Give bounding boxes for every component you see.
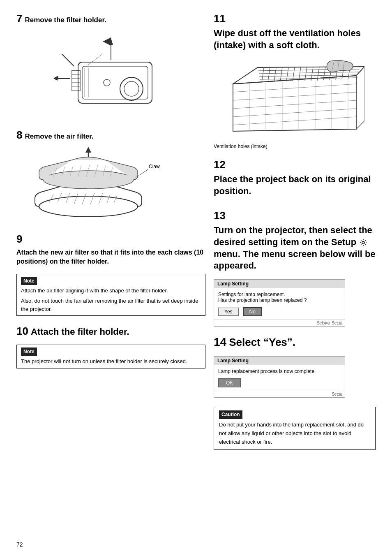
- gear-icon: [360, 239, 367, 246]
- svg-point-3: [124, 81, 139, 96]
- step-13-dialog: Lamp Setting Settings for lamp replaceme…: [214, 279, 345, 327]
- svg-point-18: [104, 79, 110, 86]
- step-12-heading: 12 Place the project back on its origina…: [214, 158, 376, 200]
- step-12-num: 12: [214, 158, 226, 171]
- svg-line-69: [233, 117, 356, 125]
- two-column-layout: 7 Remove the filter holder.: [16, 12, 376, 540]
- svg-text:Claws: Claws: [149, 164, 160, 169]
- step-7-diagram: [16, 29, 205, 120]
- svg-line-44: [268, 68, 270, 82]
- step-11-section: 11 Wipe dust off the ventilation holes (…: [214, 12, 376, 149]
- svg-line-26: [90, 193, 95, 204]
- svg-line-23: [66, 193, 70, 204]
- svg-line-13: [86, 54, 103, 66]
- step-13-dialog-line2: Has the projection lamp been replaced ?: [218, 297, 341, 303]
- step-13-dialog-body: Settings for lamp replacement. Has the p…: [214, 288, 345, 320]
- page-number: 72: [16, 541, 23, 548]
- svg-marker-40: [85, 147, 91, 153]
- svg-line-28: [107, 194, 110, 204]
- step-7-svg: [53, 29, 168, 120]
- step-14-dialog-text: Lamp replacement process is now complete…: [218, 368, 341, 374]
- step-7-heading: 7 Remove the filter holder.: [16, 12, 205, 25]
- step-14-dialog: Lamp Setting Lamp replacement process is…: [214, 356, 345, 398]
- step-11-label: Wipe dust off the ventilation holes (int…: [214, 28, 376, 51]
- step-14-num: 14: [214, 336, 226, 349]
- step-7-section: 7 Remove the filter holder.: [16, 12, 205, 120]
- step-9-note-line2: Also, do not touch the fan after removin…: [21, 297, 201, 313]
- step-8-heading: 8 Remove the air filter.: [16, 129, 205, 141]
- step-10-label: Attach the filter holder.: [31, 327, 129, 337]
- step-9-label: Attach the new air filter so that it fit…: [16, 248, 205, 266]
- svg-line-21: [49, 194, 53, 202]
- step-13-dialog-line1: Settings for lamp replacement.: [218, 292, 341, 297]
- svg-point-20: [39, 196, 138, 217]
- step-9-heading: 9 Attach the new air filter so that it f…: [16, 233, 205, 270]
- step-14-dialog-footer: Set:⊞: [214, 391, 345, 397]
- svg-line-65: [233, 84, 356, 92]
- step-13-num: 13: [214, 209, 226, 222]
- svg-point-30: [43, 171, 134, 189]
- svg-line-45: [274, 68, 276, 82]
- svg-line-49: [299, 67, 301, 81]
- step-14-dialog-title: Lamp Setting: [214, 357, 345, 365]
- step-13-yes-button[interactable]: Yes: [218, 308, 239, 316]
- step-12-section: 12 Place the project back on its origina…: [214, 158, 376, 200]
- step-13-label-text: Turn on the projector, then select the d…: [214, 225, 372, 247]
- step-7-label: Remove the filter holder.: [25, 16, 106, 24]
- step-10-heading: 10 Attach the filter holder.: [16, 325, 205, 341]
- step-11-num: 11: [214, 12, 226, 25]
- step-7-num: 7: [16, 12, 22, 25]
- step-11-svg: [225, 59, 364, 139]
- svg-line-67: [233, 100, 356, 109]
- step-9-note-line1: Attach the air filter aligning it with t…: [21, 287, 201, 295]
- page: 7 Remove the filter holder.: [0, 0, 392, 556]
- step-8-diagram: Claws: [16, 146, 205, 224]
- svg-line-47: [286, 67, 288, 81]
- svg-line-29: [114, 195, 117, 202]
- svg-line-27: [99, 193, 103, 204]
- svg-line-68: [233, 109, 356, 117]
- svg-line-24: [74, 193, 78, 204]
- svg-marker-14: [109, 38, 113, 45]
- step-13-section: 13 Turn on the projector, then select th…: [214, 209, 376, 326]
- step-11-caption: Ventilation holes (intake): [214, 144, 376, 149]
- step-8-label: Remove the air filter.: [25, 132, 93, 141]
- caution-label: Caution: [219, 410, 242, 419]
- svg-point-2: [120, 77, 143, 100]
- step-14-heading: 14 Select “Yes”.: [214, 336, 376, 352]
- svg-line-10: [62, 54, 74, 66]
- step-9-section: 9 Attach the new air filter so that it f…: [16, 233, 205, 316]
- step-14-section: 14 Select “Yes”. Lamp Setting Lamp repla…: [214, 336, 376, 398]
- step-13-heading: 13 Turn on the projector, then select th…: [214, 209, 376, 275]
- svg-rect-1: [82, 66, 148, 99]
- svg-line-46: [280, 67, 282, 81]
- step-11-diagram: [214, 59, 376, 139]
- step-13-no-button[interactable]: No: [243, 307, 262, 316]
- caution-box: Caution Do not put your hands into the l…: [214, 407, 376, 450]
- step-8-num: 8: [16, 129, 22, 141]
- step-11-heading: 11 Wipe dust off the ventilation holes (…: [214, 12, 376, 55]
- left-column: 7 Remove the filter holder.: [16, 12, 205, 540]
- step-9-note-label: Note: [21, 277, 37, 285]
- step-9-num: 9: [16, 233, 22, 246]
- caution-text: Do not put your hands into the lamp repl…: [219, 421, 370, 446]
- step-13-label2: menu. The menu screen below will be appe…: [214, 249, 376, 271]
- step-14-label: Select “Yes”.: [229, 336, 295, 349]
- right-column: 11 Wipe dust off the ventilation holes (…: [214, 12, 376, 540]
- svg-line-66: [233, 92, 356, 100]
- step-10-note: Note The projector will not turn on unle…: [16, 345, 205, 368]
- step-13-dialog-buttons: Yes No: [218, 307, 341, 316]
- step-14-dialog-body: Lamp replacement process is now complete…: [214, 365, 345, 391]
- svg-line-43: [262, 68, 264, 82]
- step-13-dialog-title: Lamp Setting: [214, 280, 345, 288]
- step-10-note-text: The projector will not turn on unless th…: [21, 357, 201, 366]
- step-10-note-label: Note: [21, 348, 37, 356]
- step-14-dialog-buttons: OK: [218, 378, 341, 387]
- step-14-ok-button[interactable]: OK: [218, 378, 241, 387]
- step-8-section: 8 Remove the air filter.: [16, 129, 205, 224]
- step-13-dialog-footer: Sel:⊕⊖ Set:⊞: [214, 320, 345, 326]
- step-9-note: Note Attach the air filter aligning it w…: [16, 274, 205, 316]
- svg-line-59: [259, 72, 359, 74]
- step-10-num: 10: [16, 325, 28, 338]
- step-10-section: 10 Attach the filter holder. Note The pr…: [16, 325, 205, 368]
